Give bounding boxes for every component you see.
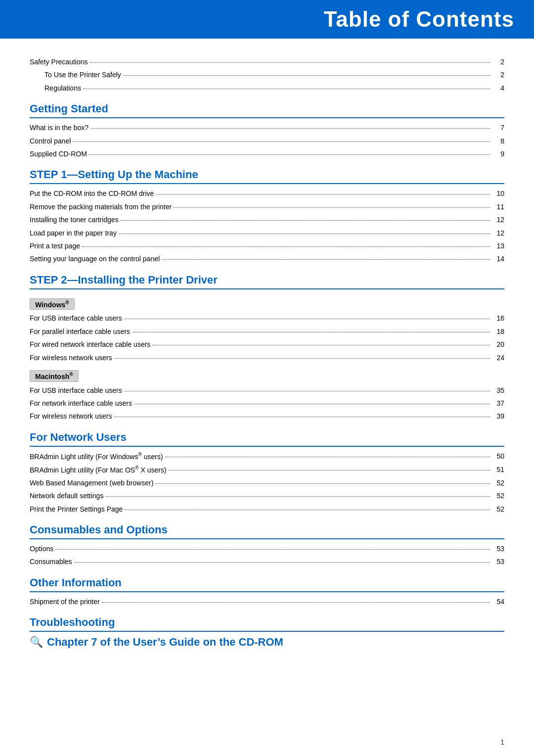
toc-row: For network interface cable users 37	[30, 398, 504, 409]
toc-page: 2	[492, 69, 504, 80]
toc-dots	[55, 549, 490, 550]
toc-page: 37	[492, 398, 504, 409]
toc-page: 53	[492, 543, 504, 554]
toc-dots	[132, 332, 490, 332]
toc-dots	[74, 562, 490, 563]
toc-dots	[73, 142, 490, 142]
toc-label: For wireless network users	[30, 352, 112, 363]
toc-label: Installing the toner cartridges	[30, 214, 119, 225]
toc-page: 2	[492, 56, 504, 67]
section-heading-other-info: Other Information	[30, 576, 504, 589]
section-heading-consumables: Consumables and Options	[30, 523, 504, 536]
toc-row: BRAdmin Light utility (For Windows® user…	[30, 451, 504, 462]
toc-label: What is in the box?	[30, 122, 89, 133]
toc-row: For wired network interface cable users …	[30, 339, 504, 350]
section-divider	[30, 288, 504, 289]
toc-row: For USB interface cable users 35	[30, 385, 504, 396]
toc-row: Consumables 53	[30, 556, 504, 567]
toc-row: Print a test page 13	[30, 240, 504, 251]
toc-dots	[123, 75, 490, 76]
toc-page: 11	[492, 201, 504, 212]
toc-label: Supplied CD-ROM	[30, 148, 87, 159]
toc-row: Put the CD-ROM into the CD-ROM drive 10	[30, 188, 504, 199]
toc-dots	[105, 496, 490, 497]
macintosh-entries: For USB interface cable users 35 For net…	[30, 385, 504, 422]
toc-dots	[121, 220, 490, 221]
toc-label: For network interface cable users	[30, 398, 132, 409]
search-icon: 🔍	[30, 636, 43, 649]
toc-page: 12	[492, 214, 504, 225]
toc-row: Shipment of the printer 54	[30, 596, 504, 607]
section-divider	[30, 631, 504, 632]
toc-page: 12	[492, 228, 504, 238]
toc-page: 9	[492, 148, 504, 159]
toc-dots	[124, 391, 490, 391]
toc-page: 4	[492, 83, 504, 94]
section-divider	[30, 538, 504, 539]
toc-row-safety: Safety Precautions 2	[30, 56, 504, 67]
toc-label: For wired network interface cable users	[30, 339, 150, 350]
toc-label: To Use the Printer Safely	[44, 69, 121, 80]
toc-dots	[174, 207, 490, 208]
main-content: Safety Precautions 2 To Use the Printer …	[0, 39, 534, 668]
windows-entries: For USB interface cable users 16 For par…	[30, 313, 504, 363]
toc-page: 20	[492, 339, 504, 350]
toc-page: 39	[492, 411, 504, 422]
page-number: 1	[500, 738, 504, 746]
toc-dots	[162, 259, 490, 260]
toc-dots	[82, 246, 490, 247]
toc-dots	[169, 470, 490, 471]
toc-label: Print the Printer Settings Page	[30, 504, 123, 515]
toc-page: 52	[492, 477, 504, 488]
toc-row: Remove the packing materials from the pr…	[30, 201, 504, 212]
toc-dots	[89, 154, 490, 155]
toc-page: 53	[492, 556, 504, 567]
section-heading-network: For Network Users	[30, 431, 504, 444]
toc-dots	[155, 483, 490, 484]
toc-page: 24	[492, 352, 504, 363]
toc-row: For wireless network users 39	[30, 411, 504, 422]
section-heading-step2: STEP 2—Installing the Printer Driver	[30, 274, 504, 286]
macintosh-badge: Macintosh®	[30, 370, 79, 382]
toc-dots	[90, 128, 490, 129]
toc-row-regulations: Regulations 4	[30, 83, 504, 94]
other-info-entries: Shipment of the printer 54	[30, 596, 504, 607]
section-divider	[30, 446, 504, 447]
toc-dots	[90, 62, 490, 63]
toc-label: For parallel interface cable users	[30, 326, 130, 337]
toc-dots	[124, 319, 490, 319]
toc-dots	[165, 457, 490, 457]
toc-label: Put the CD-ROM into the CD-ROM drive	[30, 188, 154, 199]
initial-entries-group: Safety Precautions 2 To Use the Printer …	[30, 56, 504, 94]
toc-page: 50	[492, 451, 504, 462]
toc-label: Load paper in the paper tray	[30, 228, 117, 238]
chapter7-block: 🔍 Chapter 7 of the User’s Guide on the C…	[30, 636, 504, 649]
toc-row: Network default settings 52	[30, 490, 504, 501]
toc-label: For wireless network users	[30, 411, 112, 422]
toc-page: 54	[492, 596, 504, 607]
toc-dots	[114, 417, 491, 417]
toc-page: 7	[492, 122, 504, 133]
toc-dots	[134, 404, 490, 404]
toc-dots	[156, 194, 490, 194]
section-heading-troubleshooting: Troubleshooting	[30, 616, 504, 629]
toc-label: BRAdmin Light utility (For Windows® user…	[30, 451, 163, 462]
toc-dots	[125, 510, 490, 510]
toc-label: For USB interface cable users	[30, 385, 122, 396]
toc-row: For USB interface cable users 16	[30, 313, 504, 324]
toc-page: 16	[492, 313, 504, 324]
toc-row: Options 53	[30, 543, 504, 554]
toc-label: Regulations	[44, 83, 81, 94]
section-divider	[30, 591, 504, 592]
section-heading-getting-started: Getting Started	[30, 102, 504, 115]
toc-page: 8	[492, 136, 504, 146]
toc-row: BRAdmin Light utility (For Mac OS® X use…	[30, 464, 504, 475]
toc-dots	[102, 602, 490, 603]
toc-label: Safety Precautions	[30, 56, 88, 67]
page-title: Table of Contents	[0, 7, 514, 32]
toc-label: Control panel	[30, 136, 71, 146]
toc-label: Print a test page	[30, 240, 80, 251]
toc-page: 35	[492, 385, 504, 396]
toc-label: For USB interface cable users	[30, 313, 122, 324]
toc-row: Setting your language on the control pan…	[30, 253, 504, 264]
